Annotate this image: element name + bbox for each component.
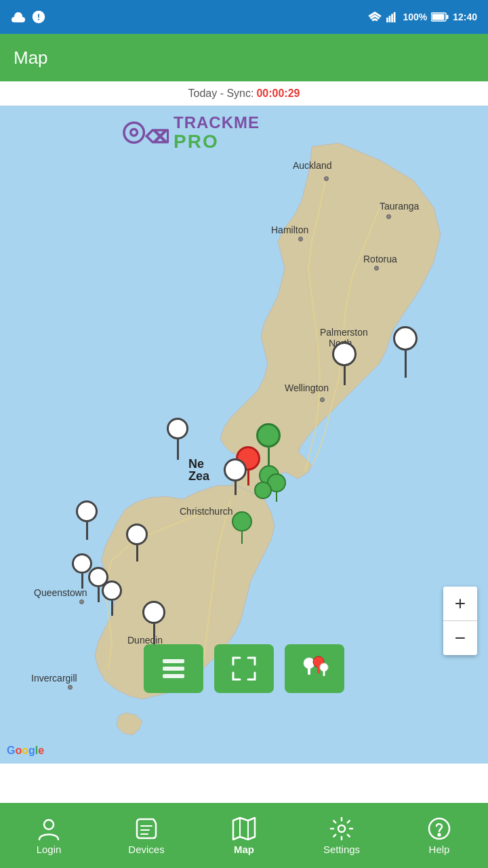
svg-rect-5 (432, 14, 445, 20)
svg-point-21 (338, 825, 345, 832)
logo-trackme: TRACKME (174, 114, 260, 132)
markers-button[interactable] (285, 644, 344, 693)
battery-text: 100% (403, 12, 427, 22)
battery-icon (431, 12, 449, 22)
layers-button[interactable] (144, 644, 203, 693)
svg-rect-1 (389, 16, 391, 22)
city-hamilton: Hamilton (271, 224, 308, 235)
svg-rect-0 (386, 18, 388, 22)
city-wellington: Wellington (285, 382, 329, 393)
nav-item-help[interactable]: Help (405, 816, 473, 855)
pin-green-4 (254, 481, 272, 499)
layers-icon (159, 654, 188, 684)
svg-point-15 (320, 663, 328, 671)
city-dot-queenstown (79, 599, 84, 604)
time-display: 12:40 (453, 12, 477, 22)
bottom-nav: Login Devices Map Settings Help (0, 803, 488, 868)
svg-marker-18 (233, 818, 255, 840)
bottom-toolbar (0, 639, 488, 698)
nav-label-login: Login (37, 844, 62, 855)
svg-rect-12 (308, 668, 310, 675)
sync-time: 00:00:29 (256, 87, 300, 100)
svg-rect-14 (317, 667, 320, 673)
nav-label-devices: Devices (128, 844, 164, 855)
city-palmerston: Palmerston (320, 327, 368, 338)
map-container[interactable]: ⦾⌫ TRACKME PRO Auckland Tauranga Hamilto… (0, 106, 488, 764)
pin-green-5 (232, 511, 252, 544)
person-icon (37, 816, 61, 841)
nav-item-devices[interactable]: Devices (113, 816, 180, 855)
google-logo: Google (7, 745, 44, 757)
pin-1 (332, 342, 357, 385)
city-dot-auckland (324, 176, 329, 181)
pin-white-1 (224, 458, 247, 495)
signal-icon (386, 12, 399, 22)
pin-south-2 (126, 524, 148, 561)
status-bar: 100% 12:40 (0, 0, 488, 34)
nav-label-settings: Settings (323, 844, 360, 855)
pin-south-5 (102, 580, 122, 616)
nav-item-map[interactable]: Map (210, 816, 278, 855)
expand-button[interactable] (214, 644, 274, 693)
expand-icon (229, 654, 259, 684)
city-rotorua: Rotorua (363, 254, 397, 264)
map-icon (232, 816, 256, 841)
logo-wave-icon: ⦾⌫ (122, 119, 168, 148)
pin-south-1 (76, 500, 98, 540)
city-christchurch: Christchurch (180, 506, 233, 517)
city-tauranga: Tauranga (380, 201, 419, 212)
city-queenstown: Queenstown (34, 587, 87, 598)
city-dot-tauranga (386, 214, 391, 219)
status-left (11, 9, 46, 24)
city-dot-rotorua (374, 266, 379, 271)
status-right: 100% 12:40 (367, 12, 477, 22)
settings-icon (329, 816, 354, 841)
city-dot-hamilton (298, 237, 303, 241)
page-title: Map (14, 47, 48, 68)
sync-bar: Today - Sync: 00:00:29 (0, 81, 488, 106)
nz-label2: Zea (188, 469, 209, 484)
svg-rect-6 (447, 15, 449, 19)
svg-rect-16 (323, 671, 325, 676)
help-icon (427, 816, 451, 841)
svg-rect-9 (163, 667, 184, 671)
pin-2 (393, 326, 418, 378)
devices-icon (134, 816, 159, 841)
nav-label-map: Map (234, 844, 254, 855)
cloud-icon (11, 11, 26, 23)
notification-icon (31, 9, 46, 24)
svg-rect-10 (163, 674, 184, 678)
pin-south-6 (142, 601, 165, 644)
svg-rect-3 (394, 12, 396, 22)
app-header: Map (0, 34, 488, 81)
nav-item-settings[interactable]: Settings (308, 816, 375, 855)
zoom-in-button[interactable]: + (443, 587, 477, 620)
nav-item-login[interactable]: Login (15, 816, 83, 855)
city-dot-wellington (320, 397, 325, 402)
nav-label-help: Help (429, 844, 450, 855)
logo-pro: PRO (174, 132, 260, 153)
svg-rect-8 (163, 659, 184, 663)
svg-point-11 (304, 658, 314, 669)
svg-rect-2 (392, 14, 394, 22)
svg-point-23 (439, 833, 441, 835)
svg-point-17 (44, 820, 54, 829)
markers-icon (300, 654, 329, 684)
sync-prefix: Today - Sync: (188, 87, 254, 100)
wifi-icon (367, 12, 382, 22)
logo-overlay: ⦾⌫ TRACKME PRO (122, 114, 260, 153)
pin-3 (167, 418, 188, 460)
city-auckland: Auckland (293, 160, 332, 171)
